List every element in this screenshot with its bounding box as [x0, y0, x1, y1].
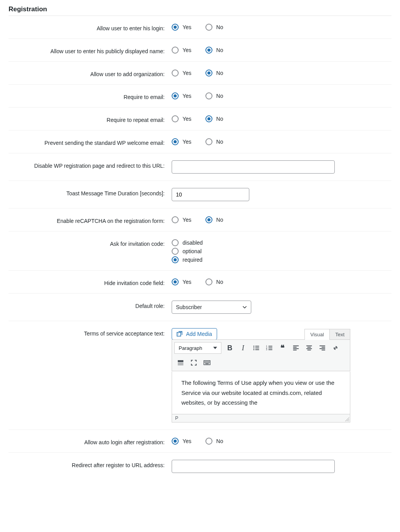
radio-require-email-no[interactable]: No [205, 92, 223, 99]
svg-rect-37 [205, 362, 206, 363]
editor-body[interactable]: The following Terms of Use apply when yo… [172, 372, 350, 414]
align-left-icon [292, 344, 299, 351]
svg-point-4 [253, 348, 254, 349]
fullscreen-button[interactable] [188, 357, 200, 369]
radio-label: No [216, 70, 223, 76]
radio-label: Yes [183, 438, 191, 444]
resize-handle-icon[interactable] [345, 417, 349, 421]
radio-label: No [216, 279, 223, 285]
radio-label: No [216, 438, 223, 444]
radio-enter-login-no[interactable]: No [205, 24, 223, 31]
align-center-button[interactable] [303, 342, 315, 354]
quote-button[interactable]: ❝ [277, 342, 289, 354]
svg-rect-14 [293, 346, 299, 346]
radio-label: No [216, 116, 223, 122]
radio-hide-invitation: Yes No [172, 278, 391, 285]
svg-rect-21 [307, 350, 311, 351]
svg-rect-36 [205, 362, 205, 363]
svg-rect-3 [255, 346, 259, 347]
input-redirect-after[interactable] [172, 460, 335, 473]
svg-rect-19 [307, 347, 311, 348]
radio-prevent-welcome-no[interactable]: No [205, 138, 223, 145]
svg-rect-38 [207, 362, 207, 363]
label-hide-invitation: Hide invitation code field: [9, 278, 172, 286]
radio-enter-login: Yes No [172, 23, 391, 31]
radio-add-org-yes[interactable]: Yes [172, 70, 191, 76]
radio-label: Yes [183, 116, 191, 122]
bulleted-list-icon [253, 344, 260, 351]
radio-repeat-email-no[interactable]: No [205, 115, 223, 122]
radio-hide-invitation-yes[interactable]: Yes [172, 278, 191, 285]
align-right-icon [319, 344, 326, 351]
radio-repeat-email: Yes No [172, 115, 391, 122]
section-title: Registration [9, 0, 391, 16]
more-icon [177, 359, 184, 366]
radio-prevent-welcome-yes[interactable]: Yes [172, 138, 191, 145]
editor-path: P [175, 416, 178, 421]
select-default-role[interactable]: Subscriber [172, 301, 251, 314]
bold-button[interactable]: B [224, 342, 236, 354]
caret-down-icon [213, 346, 217, 350]
bulleted-list-button[interactable] [250, 342, 263, 354]
radio-prevent-welcome: Yes No [172, 137, 391, 145]
svg-point-2 [253, 346, 254, 347]
input-disable-redirect[interactable] [172, 160, 335, 174]
radio-invitation-required[interactable]: required [172, 256, 202, 263]
radio-label: No [216, 139, 223, 145]
svg-rect-40 [209, 362, 210, 363]
insert-more-button[interactable] [174, 357, 187, 369]
media-icon [177, 331, 183, 337]
radio-display-name-no[interactable]: No [205, 47, 223, 54]
radio-label: disabled [183, 240, 203, 246]
label-prevent-welcome: Prevent sending the standard WP welcome … [9, 137, 172, 146]
radio-recaptcha-yes[interactable]: Yes [172, 216, 191, 223]
radio-repeat-email-yes[interactable]: Yes [172, 115, 191, 122]
svg-rect-18 [306, 346, 312, 346]
radio-display-name-yes[interactable]: Yes [172, 47, 191, 54]
radio-require-email-yes[interactable]: Yes [172, 92, 191, 99]
label-invitation: Ask for invitation code: [9, 238, 172, 247]
svg-rect-7 [255, 349, 259, 350]
svg-rect-16 [293, 348, 299, 349]
numbered-list-button[interactable]: 123 [263, 342, 276, 354]
radio-add-org: Yes No [172, 69, 391, 76]
radio-invitation-optional[interactable]: optional [172, 248, 202, 255]
radio-auto-login-yes[interactable]: Yes [172, 438, 191, 445]
label-auto-login: Allow auto login after registration: [9, 437, 172, 445]
radio-label: No [216, 47, 223, 53]
radio-hide-invitation-no[interactable]: No [205, 278, 223, 285]
radio-enter-login-yes[interactable]: Yes [172, 24, 191, 31]
svg-rect-9 [268, 346, 272, 347]
radio-recaptcha-no[interactable]: No [205, 216, 223, 223]
tab-visual[interactable]: Visual [304, 329, 330, 340]
input-toast-duration[interactable] [172, 188, 249, 201]
radio-auto-login: Yes No [172, 437, 391, 445]
radio-add-org-no[interactable]: No [205, 70, 223, 76]
svg-point-6 [253, 349, 254, 350]
radio-label: Yes [183, 93, 191, 99]
svg-rect-15 [293, 347, 297, 348]
format-select[interactable]: Paragraph [174, 342, 221, 354]
svg-rect-33 [207, 361, 207, 362]
radio-invitation-disabled[interactable]: disabled [172, 239, 203, 246]
add-media-button[interactable]: Add Media [172, 328, 217, 340]
add-media-label: Add Media [186, 331, 212, 337]
align-right-button[interactable] [316, 342, 329, 354]
editor-footer: P [172, 414, 350, 422]
label-toast-duration: Toast Message Time Duration [seconds]: [9, 188, 172, 196]
svg-rect-27 [178, 363, 183, 363]
svg-text:3: 3 [266, 348, 267, 351]
toolbar-toggle-button[interactable] [201, 357, 213, 369]
svg-rect-23 [322, 347, 325, 348]
radio-label: required [183, 257, 202, 263]
format-value: Paragraph [179, 345, 202, 351]
svg-rect-13 [268, 349, 272, 350]
italic-button[interactable]: I [237, 342, 249, 354]
label-redirect-after: Redirect after register to URL address: [9, 460, 172, 468]
svg-rect-22 [320, 346, 325, 346]
align-left-button[interactable] [290, 342, 302, 354]
label-add-org: Allow user to add organization: [9, 69, 172, 77]
link-button[interactable] [329, 342, 342, 354]
tab-text[interactable]: Text [330, 329, 350, 340]
radio-auto-login-no[interactable]: No [205, 438, 223, 445]
